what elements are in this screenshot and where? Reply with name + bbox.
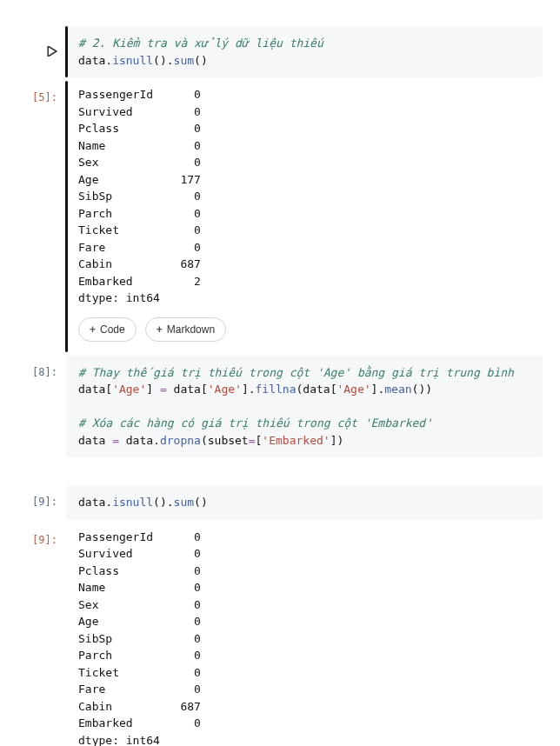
code-cell: # 2. Kiểm tra và xử lý dữ liệu thiếu dat… xyxy=(17,26,543,77)
cell-gutter: [9]: xyxy=(17,485,66,520)
cell-body[interactable]: # 2. Kiểm tra và xử lý dữ liệu thiếu dat… xyxy=(66,26,543,77)
active-bar xyxy=(65,81,68,352)
output-cell: [9]: PassengerId 0 Survived 0 Pclass 0 N… xyxy=(17,523,543,747)
active-bar xyxy=(65,26,68,77)
cell-gutter: [9]: xyxy=(17,523,66,747)
add-markdown-button[interactable]: + Markdown xyxy=(145,317,226,342)
cell-body[interactable]: # Thay thế giá trị thiếu trong cột 'Age'… xyxy=(66,356,543,458)
plus-icon: + xyxy=(157,322,163,337)
in-prompt: [9]: xyxy=(32,496,57,508)
code-comment: # Xóa các hàng có giá trị thiếu trong cộ… xyxy=(78,416,432,430)
out-prompt: [5]: xyxy=(32,91,57,103)
output-text: PassengerId 0 Survived 0 Pclass 0 Name 0… xyxy=(66,523,543,747)
code-comment: # Thay thế giá trị thiếu trong cột 'Age'… xyxy=(78,366,514,379)
out-prompt: [9]: xyxy=(32,534,57,546)
cell-body: PassengerId 0 Survived 0 Pclass 0 Name 0… xyxy=(66,81,543,352)
in-prompt: [8]: xyxy=(32,366,57,378)
plus-icon: + xyxy=(90,322,96,337)
add-code-button[interactable]: + Code xyxy=(78,317,137,342)
cell-gutter xyxy=(17,26,66,77)
output-text: PassengerId 0 Survived 0 Pclass 0 Name 0… xyxy=(66,81,543,312)
code-cell: [8]: # Thay thế giá trị thiếu trong cột … xyxy=(17,356,543,458)
code-editor[interactable]: # 2. Kiểm tra và xử lý dữ liệu thiếu dat… xyxy=(66,26,543,77)
output-cell: [5]: PassengerId 0 Survived 0 Pclass 0 N… xyxy=(17,81,543,352)
code-editor[interactable]: data.isnull().sum() xyxy=(66,485,543,520)
cell-gutter: [5]: xyxy=(17,81,66,352)
cell-body: PassengerId 0 Survived 0 Pclass 0 Name 0… xyxy=(66,523,543,747)
cell-body[interactable]: data.isnull().sum() xyxy=(66,485,543,520)
code-comment: # 2. Kiểm tra và xử lý dữ liệu thiếu xyxy=(78,37,323,50)
run-icon[interactable] xyxy=(17,35,57,61)
code-cell: [9]: data.isnull().sum() xyxy=(17,485,543,520)
insert-buttons: + Code + Markdown xyxy=(66,312,543,352)
code-editor[interactable]: # Thay thế giá trị thiếu trong cột 'Age'… xyxy=(66,356,543,458)
cell-gutter: [8]: xyxy=(17,356,66,458)
